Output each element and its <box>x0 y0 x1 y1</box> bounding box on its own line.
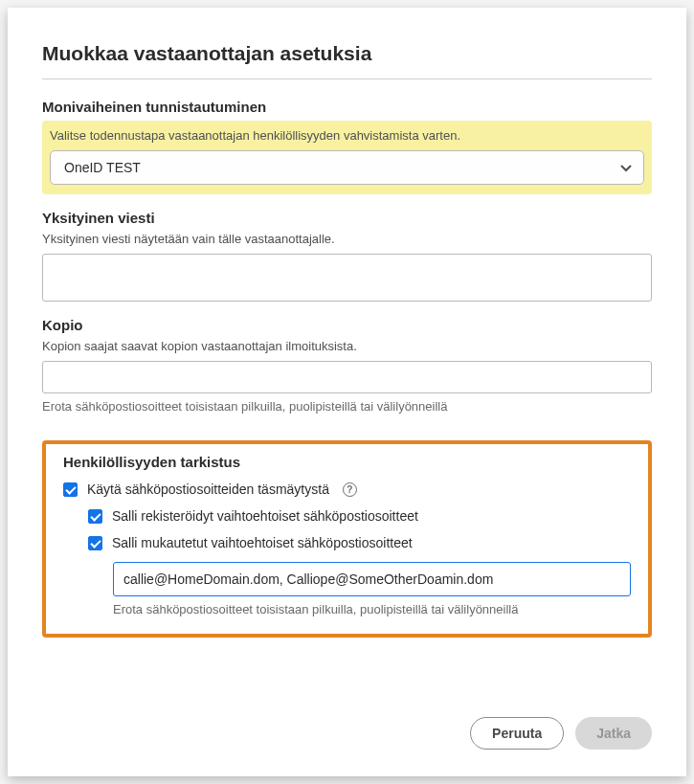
spacer <box>42 638 652 698</box>
allow-registered-row: Salli rekisteröidyt vaihtoehtoiset sähkö… <box>88 508 631 524</box>
cancel-button[interactable]: Peruuta <box>470 717 564 750</box>
button-row: Peruuta Jatka <box>42 717 652 750</box>
mfa-select-value: OneID TEST <box>64 160 141 175</box>
identity-label: Henkilöllisyyden tarkistus <box>63 454 631 470</box>
copy-label: Kopio <box>42 317 652 333</box>
custom-email-block: Erota sähköpostiosoitteet toisistaan pil… <box>113 562 631 616</box>
mfa-label: Monivaiheinen tunnistautuminen <box>42 99 652 115</box>
allow-custom-checkbox[interactable] <box>88 536 102 550</box>
copy-hint: Erota sähköpostiosoitteet toisistaan pil… <box>42 399 652 414</box>
mfa-highlight: Valitse todennustapa vastaanottajan henk… <box>42 121 652 194</box>
private-message-description: Yksityinen viesti näytetään vain tälle v… <box>42 232 652 246</box>
custom-email-hint: Erota sähköpostiosoitteet toisistaan pil… <box>113 602 631 616</box>
use-email-match-row: Käytä sähköpostiosoitteiden täsmäytystä … <box>63 482 631 497</box>
allow-registered-checkbox[interactable] <box>88 509 102 524</box>
allow-custom-row: Salli mukautetut vaihtoehtoiset sähköpos… <box>88 535 631 550</box>
private-message-input[interactable] <box>42 254 652 302</box>
continue-button: Jatka <box>575 717 652 750</box>
chevron-down-icon <box>620 160 632 175</box>
identity-verification-panel: Henkilöllisyyden tarkistus Käytä sähköpo… <box>42 440 652 638</box>
custom-email-input[interactable] <box>113 562 631 596</box>
allow-registered-label: Salli rekisteröidyt vaihtoehtoiset sähkö… <box>112 508 418 524</box>
info-icon[interactable]: ? <box>343 482 357 497</box>
allow-custom-label: Salli mukautetut vaihtoehtoiset sähköpos… <box>112 535 413 550</box>
mfa-select[interactable]: OneID TEST <box>50 150 644 185</box>
use-email-match-checkbox[interactable] <box>63 482 78 497</box>
recipient-settings-dialog: Muokkaa vastaanottajan asetuksia Monivai… <box>8 8 686 776</box>
private-message-label: Yksityinen viesti <box>42 210 652 226</box>
copy-description: Kopion saajat saavat kopion vastaanottaj… <box>42 339 652 353</box>
mfa-description: Valitse todennustapa vastaanottajan henk… <box>50 128 644 143</box>
copy-email-input[interactable] <box>42 361 652 393</box>
dialog-title: Muokkaa vastaanottajan asetuksia <box>42 42 652 79</box>
use-email-match-label: Käytä sähköpostiosoitteiden täsmäytystä <box>87 482 329 497</box>
